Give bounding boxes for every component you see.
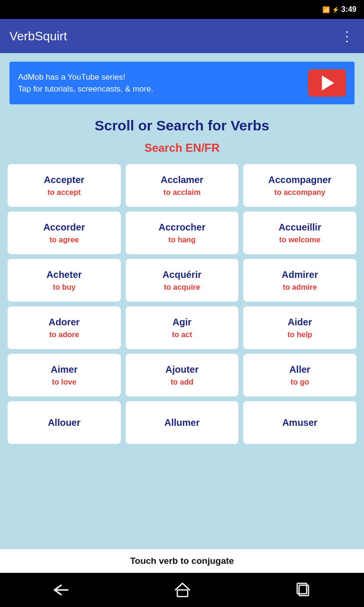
verb-card[interactable]: Accueillirto welcome xyxy=(243,212,356,254)
verb-french: Aller xyxy=(289,364,310,375)
verb-french: Acquérir xyxy=(163,269,201,280)
verb-french: Admirer xyxy=(282,269,318,280)
app-bar: VerbSquirt ⋮ xyxy=(0,19,364,53)
verb-card[interactable]: Aimerto love xyxy=(8,354,121,396)
time-display: 3:49 xyxy=(341,5,356,14)
verb-grid: Accepterto acceptAcclamerto acclaimAccom… xyxy=(8,164,356,444)
verb-card[interactable]: Acquérirto acquire xyxy=(126,259,239,302)
ad-banner[interactable]: AdMob has a YouTube series! Tap for tuto… xyxy=(9,62,355,104)
verb-card[interactable]: Admirerto admire xyxy=(243,259,356,302)
verb-english: to agree xyxy=(49,236,79,244)
verb-english: to welcome xyxy=(279,236,320,244)
app-title: VerbSquirt xyxy=(9,29,67,44)
play-icon xyxy=(322,75,334,91)
verb-french: Adorer xyxy=(49,317,80,328)
verb-french: Allumer xyxy=(164,417,200,428)
verb-english: to add xyxy=(171,378,193,386)
verb-french: Agir xyxy=(173,317,191,328)
verb-english: to buy xyxy=(53,283,75,292)
battery-icon: ⚡ xyxy=(332,6,339,13)
verb-french: Acclamer xyxy=(161,175,203,185)
verb-english: to accompany xyxy=(274,188,326,197)
search-link[interactable]: Search EN/FR xyxy=(8,141,356,155)
main-content: Scroll or Search for Verbs Search EN/FR … xyxy=(0,113,364,544)
verb-french: Accueillir xyxy=(279,222,321,233)
verb-card[interactable]: Acclamerto acclaim xyxy=(126,164,239,207)
back-button[interactable] xyxy=(53,583,70,597)
ad-line2: Tap for tutorials, screencasts, & more. xyxy=(18,83,153,95)
verb-card[interactable]: Ajouterto add xyxy=(126,354,239,396)
ad-text: AdMob has a YouTube series! Tap for tuto… xyxy=(18,71,153,95)
status-bar: 📶 ⚡ 3:49 xyxy=(0,0,364,19)
verb-english: to acquire xyxy=(164,283,200,292)
verb-french: Ajouter xyxy=(165,364,199,375)
verb-card[interactable]: Accepterto accept xyxy=(8,164,121,207)
signal-icon: 📶 xyxy=(322,6,330,13)
verb-english: to accept xyxy=(47,188,81,197)
overflow-menu-button[interactable]: ⋮ xyxy=(340,28,355,44)
nav-bar xyxy=(0,573,364,607)
verb-english: to act xyxy=(172,331,192,339)
verb-french: Accepter xyxy=(44,175,85,185)
verb-english: to love xyxy=(52,378,77,386)
verb-card[interactable]: Acheterto buy xyxy=(8,259,121,302)
verb-french: Amuser xyxy=(282,417,317,428)
verb-card[interactable]: Accorderto agree xyxy=(8,212,121,254)
verb-french: Aider xyxy=(288,317,312,328)
recents-button[interactable] xyxy=(295,582,311,598)
verb-card[interactable]: Accompagnerto accompany xyxy=(243,164,356,207)
verb-card[interactable]: Allouer xyxy=(8,401,121,444)
verb-card[interactable]: Allerto go xyxy=(243,354,356,396)
verb-french: Aimer xyxy=(51,364,78,375)
youtube-button[interactable] xyxy=(308,69,346,97)
bottom-hint: Touch verb to conjugate xyxy=(0,549,364,573)
verb-english: to go xyxy=(291,378,309,386)
verb-english: to adore xyxy=(49,331,79,339)
verb-french: Allouer xyxy=(48,417,81,428)
verb-card[interactable]: Agirto act xyxy=(126,306,239,349)
verb-english: to acclaim xyxy=(164,188,200,197)
verb-french: Accrocher xyxy=(159,222,206,233)
verb-french: Accompagner xyxy=(268,175,331,185)
ad-line1: AdMob has a YouTube series! xyxy=(18,71,153,83)
verb-card[interactable]: Adorerto adore xyxy=(8,306,121,349)
verb-card[interactable]: Amuser xyxy=(243,401,356,444)
verb-english: to help xyxy=(287,331,312,339)
verb-french: Accorder xyxy=(43,222,85,233)
verb-card[interactable]: Allumer xyxy=(126,401,239,444)
main-heading: Scroll or Search for Verbs xyxy=(8,118,356,134)
verb-card[interactable]: Accrocherto hang xyxy=(126,212,239,254)
verb-french: Acheter xyxy=(46,269,82,280)
status-icons: 📶 ⚡ 3:49 xyxy=(322,5,356,14)
svg-rect-1 xyxy=(177,590,188,597)
verb-card[interactable]: Aiderto help xyxy=(243,306,356,349)
home-button[interactable] xyxy=(174,582,191,598)
verb-english: to hang xyxy=(168,236,196,244)
verb-english: to admire xyxy=(283,283,317,292)
